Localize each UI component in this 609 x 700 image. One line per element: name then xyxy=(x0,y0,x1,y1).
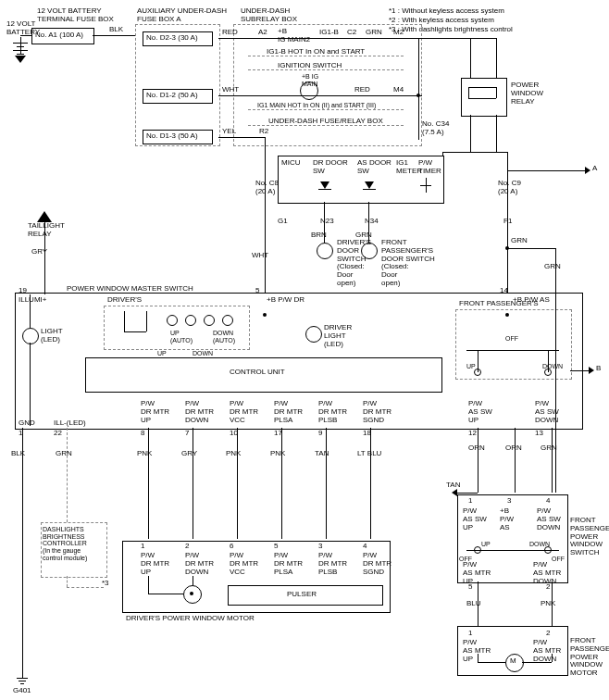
ignition-switch: IGNITION SWITCH xyxy=(278,62,342,70)
ref-arrow-a xyxy=(585,167,590,174)
pin-m2: M2 xyxy=(393,29,404,37)
light-led-icon xyxy=(22,328,39,344)
sig-dr-mtr-vcc: P/W DR MTR VCC xyxy=(230,400,258,424)
wire-grn-top: GRN xyxy=(366,29,382,37)
plus-b-ig-main2: +B IG MAIN2 xyxy=(278,28,310,44)
wire-pnk-2: PNK xyxy=(226,450,241,458)
pw-timer: P/W TIMER xyxy=(418,159,441,176)
wire-gry-tl: GRY xyxy=(31,248,47,256)
wire-pnk-3: PNK xyxy=(270,450,285,458)
fuse-c9: No. C9 (20 A) xyxy=(498,180,521,196)
battery-ground-icon xyxy=(15,56,26,63)
mt-dr-mtr-down: P/W DR MTR DOWN xyxy=(185,552,214,576)
pulser-label: PULSER xyxy=(287,591,317,599)
wire-ltblu: LT BLU xyxy=(357,450,381,458)
driver-light-led-icon xyxy=(305,326,322,343)
ps-as-sw-up: P/W AS SW UP xyxy=(463,507,487,531)
as-door-sw: AS DOOR SW xyxy=(357,159,392,176)
wire-blk-1: BLK xyxy=(109,26,123,34)
ps-contact-1 xyxy=(474,546,481,554)
term-bpwdr: +B P/W DR xyxy=(267,296,304,305)
fuse-c34: No. C34 (7.5 A) xyxy=(422,120,449,137)
wire-yel: YEL xyxy=(222,128,236,136)
auto-sw-icon-3 xyxy=(204,315,215,326)
wire-orn-1: ORN xyxy=(468,444,485,453)
ig1-main-hot: IG1 MAIN HOT In ON (II) and START (III) xyxy=(257,102,376,109)
mt-3: 3 xyxy=(318,543,322,551)
sig-dr-mtr-down: P/W DR MTR DOWN xyxy=(185,400,214,424)
up-label: UP xyxy=(157,350,167,357)
driver-light-led-label: DRIVER LIGHT (LED) xyxy=(324,324,352,348)
pass-motor-title: FRONT PASSENGER'S POWER WINDOW MOTOR xyxy=(570,637,609,678)
wire-gry-1: GRY xyxy=(181,450,197,458)
sig-dr-mtr-plsa: P/W DR MTR PLSA xyxy=(274,400,303,424)
auto-sw-icon-4 xyxy=(222,315,233,326)
ref-arrow-b xyxy=(589,367,594,374)
fp-off: OFF xyxy=(505,335,518,343)
diode-1-icon xyxy=(320,181,329,189)
driver-door-switch-icon xyxy=(317,243,333,259)
wire-wht-2: WHT xyxy=(252,252,268,260)
ps-1: 1 xyxy=(468,497,472,506)
pass-motor-m: M xyxy=(510,657,516,666)
term-22: 22 xyxy=(54,430,62,438)
front-pass-label: FRONT PASSENGER'S xyxy=(459,300,539,308)
term-9: 9 xyxy=(318,430,322,438)
mt-4: 4 xyxy=(363,543,367,551)
ig1-b-label: IG1-B xyxy=(319,29,339,37)
mt-dr-mtr-sgnd: P/W DR MTR SGND xyxy=(363,552,392,576)
mt-1: 1 xyxy=(141,543,144,551)
dashlights-ctrl-label: DASHLIGHTS BRIGHTNESS CONTROLLER (In the… xyxy=(43,526,87,561)
term-19: 19 xyxy=(19,287,27,295)
master-switch-title: POWER WINDOW MASTER SWITCH xyxy=(67,285,193,294)
auto-sw-icon-2 xyxy=(185,315,196,326)
fuse-c8: No. C8 (20 A) xyxy=(255,180,279,196)
wire-orn-2: ORN xyxy=(505,444,522,453)
auto-sw-icon-1 xyxy=(167,315,178,326)
wire-blu: BLU xyxy=(466,600,481,608)
control-unit-label: CONTROL UNIT xyxy=(230,369,285,377)
wire-brn: BRN xyxy=(311,231,327,240)
batt-label: 12 VOLT BATTERY xyxy=(6,20,40,37)
mt-6: 6 xyxy=(230,543,233,551)
dr-door-sw: DR DOOR SW xyxy=(313,159,348,176)
pin-r2: R2 xyxy=(259,128,268,136)
sig-dr-mtr-sgnd: P/W DR MTR SGND xyxy=(363,400,392,424)
ig1b-hot: IG1-B HOT In ON and START xyxy=(267,48,365,56)
term-illumi: ILLUMI+ xyxy=(19,296,46,305)
ps-contact-2 xyxy=(544,546,552,554)
wire-grn-f1: GRN xyxy=(511,237,528,245)
aux-fuse-box-title: AUXILIARY UNDER-DASH FUSE BOX A xyxy=(137,7,227,24)
wire-wht-1: WHT xyxy=(222,86,239,94)
wiring-diagram: *1 : Without keyless access system *2 : … xyxy=(0,0,609,700)
diode-2-icon xyxy=(365,181,374,189)
wire-red-top: RED xyxy=(222,29,238,37)
n23-label: N23 xyxy=(320,218,334,226)
pm-1: 1 xyxy=(468,630,472,638)
n34-label: N34 xyxy=(365,218,379,226)
term-ill-led: ILL-(LED) xyxy=(54,419,86,428)
pin-a2: A2 xyxy=(258,29,267,37)
ref-a: A xyxy=(592,165,597,173)
note-1: *1 : Without keyless access system xyxy=(389,7,504,16)
mt-2: 2 xyxy=(185,543,189,551)
sig-as-sw-up: P/W AS SW UP xyxy=(468,400,492,424)
pin-m4: M4 xyxy=(393,86,404,94)
fp-contact-2 xyxy=(544,369,552,376)
term-12: 12 xyxy=(468,430,477,438)
fuse-d12: No. D1-2 (50 A) xyxy=(146,92,198,100)
down-label: DOWN xyxy=(193,350,213,357)
mt-dr-mtr-plsa: P/W DR MTR PLSA xyxy=(274,552,303,576)
g401-label: G401 xyxy=(13,687,31,695)
ref-b: B xyxy=(596,365,601,373)
taillight-relay-label: TAILLIGHT RELAY xyxy=(28,222,65,239)
term-gnd: GND xyxy=(19,419,35,428)
ps-b2: 2 xyxy=(546,583,550,592)
term-5: 5 xyxy=(255,287,259,295)
fp-contact-1 xyxy=(474,369,481,376)
wire-pnk-p: PNK xyxy=(541,600,555,608)
wire-tan: TAN xyxy=(315,450,329,458)
wire-grn-down: GRN xyxy=(544,263,561,271)
micu-title: MICU xyxy=(281,159,300,168)
wire-red-m4: RED xyxy=(354,86,370,94)
